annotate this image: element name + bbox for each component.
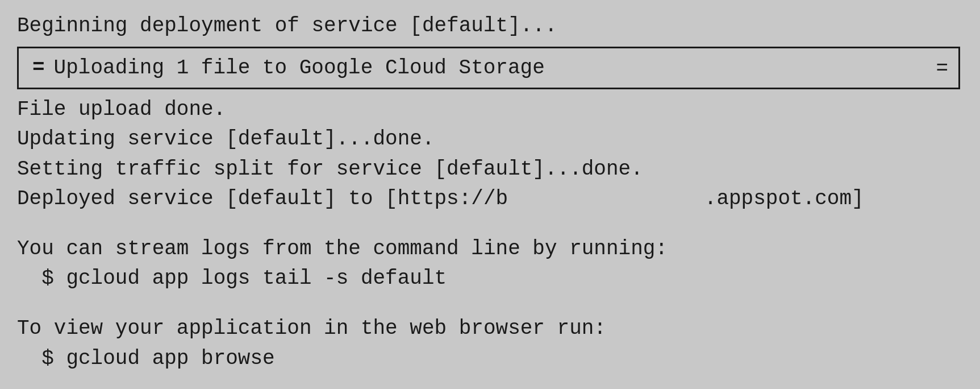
view-app-line: To view your application in the web brow…	[17, 314, 963, 344]
gcloud-browse-command-line: $ gcloud app browse	[17, 344, 963, 374]
blank-line-2	[17, 293, 963, 314]
terminal-output: Beginning deployment of service [default…	[17, 11, 963, 374]
setting-traffic-line: Setting traffic split for service [defau…	[17, 155, 963, 184]
stream-logs-line: You can stream logs from the command lin…	[17, 234, 963, 264]
gcloud-logs-command-line: $ gcloud app logs tail -s default	[17, 264, 963, 293]
progress-box-text: Uploading 1 file to Google Cloud Storage	[54, 56, 545, 80]
deployment-start-line: Beginning deployment of service [default…	[17, 11, 963, 41]
progress-bar-right-icon: =	[936, 56, 948, 80]
file-upload-done-line: File upload done.	[17, 95, 963, 125]
progress-box-inner: = Uploading 1 file to Google Cloud Stora…	[32, 56, 545, 80]
progress-bar-left-icon: =	[32, 56, 45, 80]
deployed-service-line: Deployed service [default] to [https://b…	[17, 184, 963, 214]
progress-box: = Uploading 1 file to Google Cloud Stora…	[17, 47, 960, 89]
blank-line-1	[17, 214, 963, 234]
updating-service-line: Updating service [default]...done.	[17, 125, 963, 154]
